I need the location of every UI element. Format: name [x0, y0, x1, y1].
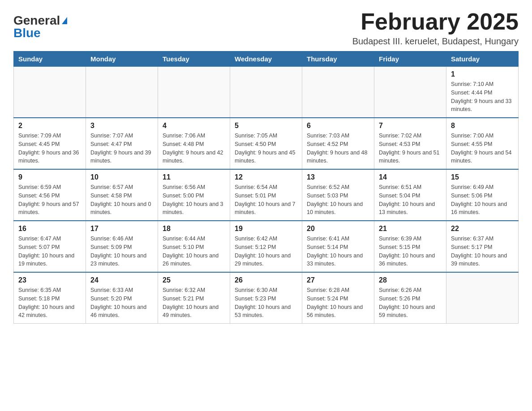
day-number: 16 [18, 225, 81, 233]
day-info: Sunrise: 7:06 AMSunset: 4:48 PMDaylight:… [163, 132, 225, 165]
logo-icon: General Blue [13, 13, 67, 40]
day-info: Sunrise: 6:49 AMSunset: 5:06 PMDaylight:… [451, 183, 514, 217]
calendar-cell: 8Sunrise: 7:00 AMSunset: 4:55 PMDaylight… [446, 118, 519, 169]
day-info: Sunrise: 6:41 AMSunset: 5:14 PMDaylight:… [307, 235, 369, 268]
day-number: 27 [307, 276, 369, 284]
title-area: February 2025 Budapest III. keruelet, Bu… [352, 9, 519, 47]
day-number: 7 [379, 122, 442, 130]
calendar-cell [86, 67, 158, 118]
calendar-cell: 24Sunrise: 6:33 AMSunset: 5:20 PMDayligh… [86, 272, 158, 324]
calendar-cell: 1Sunrise: 7:10 AMSunset: 4:44 PMDaylight… [446, 67, 519, 118]
day-number: 28 [379, 276, 442, 284]
day-number: 4 [163, 122, 225, 130]
day-info: Sunrise: 6:47 AMSunset: 5:07 PMDaylight:… [18, 235, 81, 268]
calendar-cell: 22Sunrise: 6:37 AMSunset: 5:17 PMDayligh… [446, 221, 519, 272]
calendar-cell: 5Sunrise: 7:05 AMSunset: 4:50 PMDaylight… [230, 118, 302, 169]
calendar-cell: 12Sunrise: 6:54 AMSunset: 5:01 PMDayligh… [230, 169, 302, 221]
weekday-header: Monday [86, 51, 158, 67]
weekday-header: Sunday [14, 51, 86, 67]
day-info: Sunrise: 6:46 AMSunset: 5:09 PMDaylight:… [90, 235, 153, 268]
calendar-week-row: 2Sunrise: 7:09 AMSunset: 4:45 PMDaylight… [14, 118, 519, 169]
calendar-week-row: 16Sunrise: 6:47 AMSunset: 5:07 PMDayligh… [14, 221, 519, 272]
day-number: 21 [379, 225, 442, 233]
day-info: Sunrise: 6:44 AMSunset: 5:10 PMDaylight:… [163, 235, 225, 268]
day-info: Sunrise: 6:42 AMSunset: 5:12 PMDaylight:… [235, 235, 297, 268]
day-info: Sunrise: 6:54 AMSunset: 5:01 PMDaylight:… [235, 183, 297, 217]
day-number: 9 [18, 173, 81, 181]
calendar-subtitle: Budapest III. keruelet, Budapest, Hungar… [352, 36, 519, 47]
calendar-cell: 28Sunrise: 6:26 AMSunset: 5:26 PMDayligh… [374, 272, 446, 324]
calendar-cell [158, 67, 230, 118]
day-number: 20 [307, 225, 369, 233]
day-number: 10 [90, 173, 153, 181]
day-number: 12 [235, 173, 297, 181]
day-number: 18 [163, 225, 225, 233]
calendar-cell [374, 67, 446, 118]
day-info: Sunrise: 7:02 AMSunset: 4:53 PMDaylight:… [379, 132, 442, 165]
day-number: 22 [451, 225, 514, 233]
logo: General Blue [13, 13, 67, 40]
day-number: 5 [235, 122, 297, 130]
day-info: Sunrise: 7:10 AMSunset: 4:44 PMDaylight:… [451, 80, 514, 114]
day-info: Sunrise: 6:28 AMSunset: 5:24 PMDaylight:… [307, 286, 369, 320]
calendar-cell: 23Sunrise: 6:35 AMSunset: 5:18 PMDayligh… [14, 272, 86, 324]
day-number: 1 [451, 70, 514, 78]
calendar-cell: 3Sunrise: 7:07 AMSunset: 4:47 PMDaylight… [86, 118, 158, 169]
day-info: Sunrise: 7:03 AMSunset: 4:52 PMDaylight:… [307, 132, 369, 165]
weekday-header: Thursday [302, 51, 374, 67]
day-number: 6 [307, 122, 369, 130]
day-number: 8 [451, 122, 514, 130]
weekday-header: Wednesday [230, 51, 302, 67]
calendar-cell: 6Sunrise: 7:03 AMSunset: 4:52 PMDaylight… [302, 118, 374, 169]
calendar-cell: 7Sunrise: 7:02 AMSunset: 4:53 PMDaylight… [374, 118, 446, 169]
calendar-cell: 27Sunrise: 6:28 AMSunset: 5:24 PMDayligh… [302, 272, 374, 324]
calendar-cell: 14Sunrise: 6:51 AMSunset: 5:04 PMDayligh… [374, 169, 446, 221]
calendar-cell: 16Sunrise: 6:47 AMSunset: 5:07 PMDayligh… [14, 221, 86, 272]
calendar-header-row: SundayMondayTuesdayWednesdayThursdayFrid… [14, 51, 519, 67]
day-info: Sunrise: 6:51 AMSunset: 5:04 PMDaylight:… [379, 183, 442, 217]
day-number: 23 [18, 276, 81, 284]
day-info: Sunrise: 6:59 AMSunset: 4:56 PMDaylight:… [18, 183, 81, 217]
calendar-cell: 25Sunrise: 6:32 AMSunset: 5:21 PMDayligh… [158, 272, 230, 324]
calendar-cell [446, 272, 519, 324]
calendar-cell: 18Sunrise: 6:44 AMSunset: 5:10 PMDayligh… [158, 221, 230, 272]
calendar-title: February 2025 [352, 9, 519, 34]
day-number: 15 [451, 173, 514, 181]
day-number: 26 [235, 276, 297, 284]
day-info: Sunrise: 6:35 AMSunset: 5:18 PMDaylight:… [18, 286, 81, 320]
day-info: Sunrise: 6:26 AMSunset: 5:26 PMDaylight:… [379, 286, 442, 320]
calendar-cell [14, 67, 86, 118]
day-number: 24 [90, 276, 153, 284]
day-number: 14 [379, 173, 442, 181]
calendar-cell [302, 67, 374, 118]
day-number: 3 [90, 122, 153, 130]
calendar-cell: 4Sunrise: 7:06 AMSunset: 4:48 PMDaylight… [158, 118, 230, 169]
day-info: Sunrise: 7:07 AMSunset: 4:47 PMDaylight:… [90, 132, 153, 165]
day-number: 13 [307, 173, 369, 181]
day-info: Sunrise: 6:39 AMSunset: 5:15 PMDaylight:… [379, 235, 442, 268]
calendar-cell: 26Sunrise: 6:30 AMSunset: 5:23 PMDayligh… [230, 272, 302, 324]
weekday-header: Friday [374, 51, 446, 67]
logo-text-blue: Blue [13, 26, 41, 40]
weekday-header: Saturday [446, 51, 519, 67]
day-info: Sunrise: 7:09 AMSunset: 4:45 PMDaylight:… [18, 132, 81, 165]
day-info: Sunrise: 6:52 AMSunset: 5:03 PMDaylight:… [307, 183, 369, 217]
calendar-cell: 15Sunrise: 6:49 AMSunset: 5:06 PMDayligh… [446, 169, 519, 221]
day-number: 17 [90, 225, 153, 233]
calendar-week-row: 1Sunrise: 7:10 AMSunset: 4:44 PMDaylight… [14, 67, 519, 118]
day-info: Sunrise: 6:56 AMSunset: 5:00 PMDaylight:… [163, 183, 225, 217]
calendar-cell: 11Sunrise: 6:56 AMSunset: 5:00 PMDayligh… [158, 169, 230, 221]
calendar-cell: 17Sunrise: 6:46 AMSunset: 5:09 PMDayligh… [86, 221, 158, 272]
day-number: 19 [235, 225, 297, 233]
day-number: 11 [163, 173, 225, 181]
day-info: Sunrise: 6:30 AMSunset: 5:23 PMDaylight:… [235, 286, 297, 320]
calendar-cell: 21Sunrise: 6:39 AMSunset: 5:15 PMDayligh… [374, 221, 446, 272]
day-info: Sunrise: 6:33 AMSunset: 5:20 PMDaylight:… [90, 286, 153, 320]
day-number: 2 [18, 122, 81, 130]
calendar-cell: 13Sunrise: 6:52 AMSunset: 5:03 PMDayligh… [302, 169, 374, 221]
day-info: Sunrise: 6:32 AMSunset: 5:21 PMDaylight:… [163, 286, 225, 320]
day-info: Sunrise: 7:00 AMSunset: 4:55 PMDaylight:… [451, 132, 514, 165]
calendar-cell: 20Sunrise: 6:41 AMSunset: 5:14 PMDayligh… [302, 221, 374, 272]
day-info: Sunrise: 6:57 AMSunset: 4:58 PMDaylight:… [90, 183, 153, 217]
calendar-week-row: 9Sunrise: 6:59 AMSunset: 4:56 PMDaylight… [14, 169, 519, 221]
